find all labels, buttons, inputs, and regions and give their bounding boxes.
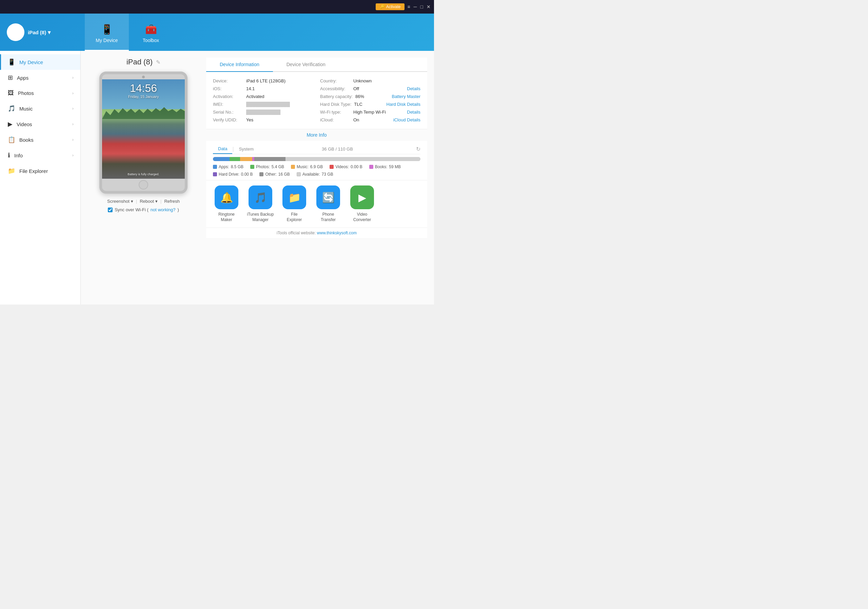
legend-harddrive: Hard Drive: 0.00 B — [213, 172, 253, 177]
screenshot-button[interactable]: Screenshot ▾ — [107, 199, 133, 204]
quick-action-phone-transfer[interactable]: 🔄 PhoneTransfer — [315, 186, 342, 222]
itunes-backup-label: iTunes BackupManager — [247, 212, 274, 222]
footer-text: iTools official website: — [277, 231, 317, 236]
quick-action-file-explorer[interactable]: 📁 FileExplorer — [281, 186, 308, 222]
sidebar: 📱 My Device ⊞ Apps › 🖼 Photos › 🎵 Music … — [0, 51, 81, 305]
imei-label: IMEI: — [213, 102, 243, 107]
ipad-screen: 14:56 Friday, 15 January Battery is full… — [102, 79, 185, 179]
titlebar: 🔑 Activate ≡ ─ □ ✕ — [0, 0, 434, 14]
info-row-wifi: Wi-Fi type: High Temp Wi-Fi Details — [320, 108, 420, 116]
icloud-details-link[interactable]: iCloud Details — [393, 117, 420, 122]
ipad-mockup: 14:56 Friday, 15 January Battery is full… — [99, 71, 188, 194]
quick-action-itunes[interactable]: 🎵 iTunes BackupManager — [247, 186, 274, 222]
more-info-link[interactable]: More Info — [307, 132, 327, 138]
info-row-ios: iOS: 14.1 — [213, 85, 313, 93]
icloud-value: On — [353, 117, 359, 122]
legend-music: Music: 6.9 GB — [291, 164, 323, 169]
battery-label: Battery capacity: — [320, 94, 353, 99]
quick-action-video-converter[interactable]: ▶ VideoConverter — [349, 186, 376, 222]
toolbox-tab-label: Toolbox — [143, 38, 159, 43]
tab-device-information[interactable]: Device Information — [206, 57, 273, 72]
legend-books: Books: 59 MB — [369, 164, 401, 169]
battery-value: 86% — [355, 94, 364, 99]
sidebar-item-file-explorer[interactable]: 📁 File Explorer — [0, 163, 81, 179]
sidebar-item-my-device[interactable]: 📱 My Device — [0, 54, 81, 70]
separator-2: | — [160, 199, 161, 204]
udid-value: Yes — [246, 117, 253, 122]
sidebar-item-apps[interactable]: ⊞ Apps › — [0, 70, 81, 85]
books-icon: 📋 — [8, 136, 15, 143]
photos-dot — [250, 165, 254, 169]
sidebar-label-file-explorer: File Explorer — [19, 168, 48, 174]
itunes-backup-icon: 🎵 — [248, 186, 272, 209]
file-explorer-icon: 📁 — [8, 167, 15, 175]
tab-device-verification[interactable]: Device Verification — [273, 57, 339, 72]
wifi-details-link[interactable]: Details — [407, 110, 420, 115]
other-dot — [259, 172, 264, 176]
sidebar-label-apps: Apps — [17, 75, 28, 81]
file-explorer-quick-label: FileExplorer — [287, 212, 302, 222]
device-verification-tab-label: Device Verification — [287, 62, 326, 67]
photos-segment — [229, 157, 240, 161]
legend-videos: Videos: 0.00 B — [330, 164, 363, 169]
sidebar-item-left: 📱 My Device — [8, 58, 43, 66]
videos-legend-value: 0.00 B — [350, 164, 363, 169]
sidebar-item-info[interactable]: ℹ Info › — [0, 147, 81, 163]
ipad-camera — [142, 76, 145, 78]
quick-actions: 🔔 RingtoneMaker 🎵 iTunes BackupManager 📁… — [206, 180, 427, 228]
apps-legend-value: 8.5 GB — [231, 164, 243, 169]
device-value: iPad 6 LTE (128GB) — [246, 78, 285, 84]
activate-button[interactable]: 🔑 Activate — [376, 3, 405, 10]
ipad-home-button[interactable] — [139, 180, 148, 189]
edit-device-name-icon[interactable]: ✎ — [156, 59, 160, 65]
other-legend-label: Other: — [265, 172, 276, 177]
menu-icon[interactable]: ≡ — [407, 4, 410, 9]
storage-tab-data[interactable]: Data — [213, 144, 232, 154]
apps-chevron-icon: › — [72, 75, 74, 80]
storage-tab-system[interactable]: System — [234, 144, 259, 153]
available-dot — [297, 172, 301, 176]
sidebar-item-books[interactable]: 📋 Books › — [0, 132, 81, 147]
maximize-icon[interactable]: □ — [420, 4, 423, 9]
udid-label: Verify UDID: — [213, 117, 243, 122]
storage-refresh-icon[interactable]: ↻ — [416, 146, 420, 152]
videos-legend-label: Videos: — [335, 164, 349, 169]
sync-suffix: ) — [178, 207, 179, 212]
footer-link[interactable]: www.thinkskysoft.com — [317, 231, 357, 236]
harddisk-details-link[interactable]: Hard Disk Details — [386, 102, 420, 107]
battery-text: Battery is fully charged. — [102, 173, 185, 176]
screen-time: 14:56 — [102, 82, 185, 95]
serial-value: ███████████ — [246, 110, 281, 115]
refresh-button[interactable]: Refresh — [164, 199, 180, 204]
quick-action-ringtone[interactable]: 🔔 RingtoneMaker — [213, 186, 240, 222]
sidebar-item-photos[interactable]: 🖼 Photos › — [0, 85, 81, 101]
device-selector[interactable]: iPad (8) ▾ — [28, 29, 51, 36]
tab-my-device[interactable]: 📱 My Device — [85, 14, 129, 51]
info-left-column: Device: iPad 6 LTE (128GB) iOS: 14.1 Act… — [213, 77, 313, 124]
minimize-icon[interactable]: ─ — [414, 4, 417, 9]
info-chevron-icon: › — [72, 153, 74, 158]
info-row-imei: IMEI: ██████████████ — [213, 101, 313, 108]
device-right-panel: Device Information Device Verification D… — [206, 57, 427, 298]
reboot-button[interactable]: Reboot ▾ — [140, 199, 158, 204]
close-icon[interactable]: ✕ — [426, 4, 431, 9]
serial-label: Serial No.: — [213, 110, 243, 115]
sidebar-item-music[interactable]: 🎵 Music › — [0, 101, 81, 116]
battery-master-link[interactable]: Battery Master — [392, 94, 420, 99]
other-legend-value: 16 GB — [278, 172, 290, 177]
accessibility-details-link[interactable]: Details — [407, 86, 420, 91]
more-info-section: More Info — [206, 129, 427, 141]
tab-toolbox[interactable]: 🧰 Toolbox — [129, 14, 173, 51]
device-actions: Screenshot ▾ | Reboot ▾ | Refresh — [107, 199, 180, 204]
sync-wifi-checkbox[interactable] — [108, 208, 113, 212]
videos-chevron-icon: › — [72, 122, 74, 127]
device-dropdown-icon: ▾ — [48, 29, 51, 35]
my-device-tab-label: My Device — [96, 38, 118, 43]
sidebar-item-videos[interactable]: ▶ Videos › — [0, 116, 81, 132]
sync-area: Sync over Wi-Fi ( not working? ) — [108, 207, 179, 212]
screen-date: Friday, 15 January — [102, 95, 185, 99]
books-legend-value: 59 MB — [389, 164, 401, 169]
harddisk-value: TLC — [354, 102, 363, 107]
not-working-link[interactable]: not working? — [150, 207, 176, 212]
music-chevron-icon: › — [72, 106, 74, 111]
